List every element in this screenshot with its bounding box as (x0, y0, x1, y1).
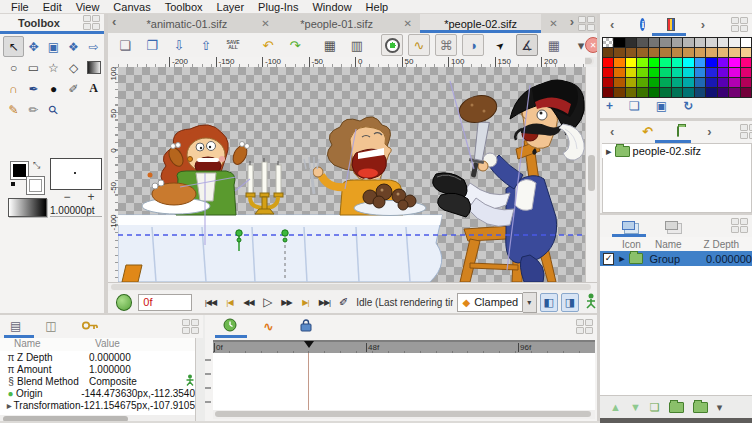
transform-tool[interactable]: ↖ (3, 36, 24, 57)
palette-swatch[interactable] (695, 88, 706, 98)
palette-swatch[interactable] (637, 68, 648, 78)
palette-swatch[interactable] (741, 48, 752, 58)
palette-swatch[interactable] (683, 78, 694, 88)
preview-button[interactable]: ▥ (346, 34, 368, 56)
palette-swatch[interactable] (637, 88, 648, 98)
fill-tool[interactable]: ● (43, 78, 64, 99)
tab-sets[interactable] (665, 221, 678, 230)
dock-handle[interactable] (578, 16, 595, 31)
animate-tool[interactable]: ⇨ (83, 36, 104, 57)
redo-button[interactable]: ↷ (284, 34, 306, 56)
menu-layer[interactable]: Layer (210, 1, 252, 13)
palette-swatch[interactable] (626, 78, 637, 88)
animate-mode-toggle[interactable]: ✐ (339, 296, 348, 309)
palette-swatch[interactable] (706, 48, 717, 58)
palette-swatch[interactable] (660, 38, 671, 48)
palette-swatch[interactable] (718, 78, 729, 88)
palette-swatch[interactable] (718, 58, 729, 68)
palette-swatch[interactable] (718, 68, 729, 78)
refresh-palette-button[interactable]: ↻ (683, 99, 693, 113)
brush-size-increase-button[interactable]: + (84, 190, 98, 204)
tab-metadata[interactable] (300, 319, 312, 334)
dock-handle[interactable] (576, 319, 593, 334)
palette-swatch[interactable] (695, 58, 706, 68)
palette-swatch[interactable] (706, 88, 717, 98)
open-palette-button[interactable]: ❏ (629, 99, 640, 113)
col-name[interactable]: Name (14, 338, 41, 349)
palette-swatch[interactable] (672, 48, 683, 58)
palette-swatch[interactable] (603, 48, 614, 58)
menu-edit[interactable]: Edit (36, 1, 69, 13)
tab-scroll-left-icon[interactable]: ‹ (108, 14, 120, 33)
palette-swatch[interactable] (706, 58, 717, 68)
polygon-tool[interactable]: ◇ (63, 57, 84, 78)
palette-swatch[interactable] (683, 38, 694, 48)
palette-swatch[interactable] (729, 58, 740, 68)
palette-swatch[interactable] (637, 38, 648, 48)
keyframe-lock-future-button[interactable]: ◨ (561, 293, 579, 312)
panel-nav-left-icon[interactable]: ‹ (606, 17, 618, 32)
palette-swatch[interactable] (741, 58, 752, 68)
lower-layer-button[interactable]: ▼ (630, 401, 641, 413)
swap-colors-icon[interactable]: ⤡ (33, 160, 40, 171)
panel-nav-left-icon[interactable]: ‹ (606, 124, 618, 139)
palette-swatch[interactable] (614, 88, 625, 98)
dock-handle[interactable] (182, 319, 199, 334)
palette-swatch[interactable] (706, 68, 717, 78)
palette-swatch[interactable] (649, 88, 660, 98)
palette-swatch[interactable] (660, 48, 671, 58)
smooth-move-tool[interactable]: ✥ (23, 36, 44, 57)
bone-setup-icon[interactable] (585, 293, 597, 311)
dock-handle[interactable] (83, 15, 100, 30)
palette-swatch[interactable] (672, 68, 683, 78)
palette-swatch[interactable] (729, 38, 740, 48)
param-row[interactable]: ▸Transformation-121.154675px,-107.9105 (0, 399, 195, 411)
palette-swatch[interactable] (626, 88, 637, 98)
bg-color-swatch[interactable] (26, 176, 45, 195)
open-file-button[interactable]: ❐ (141, 34, 163, 56)
menu-canvas[interactable]: Canvas (106, 1, 157, 13)
seek-next-frame-button[interactable]: ▶▶ (278, 294, 295, 310)
library-file-row[interactable]: ▸ people-02.sifz (602, 144, 750, 158)
palette-swatch[interactable] (614, 68, 625, 78)
menu-toolbox[interactable]: Toolbox (158, 1, 210, 13)
palette-swatch[interactable] (729, 78, 740, 88)
tab-timetrack[interactable] (223, 318, 237, 334)
tab-keyframes[interactable] (81, 320, 98, 333)
mirror-tool[interactable]: ▣ (43, 36, 64, 57)
new-group-button[interactable] (669, 402, 684, 413)
add-color-button[interactable]: + (606, 99, 613, 113)
reset-colors-button[interactable] (11, 182, 15, 186)
save-palette-button[interactable]: ▣ (656, 99, 667, 113)
draw-tool[interactable]: ✒ (23, 78, 44, 99)
col-value[interactable]: Value (95, 338, 120, 349)
palette-swatch[interactable] (603, 88, 614, 98)
palette-swatch[interactable] (603, 58, 614, 68)
menu-window[interactable]: Window (305, 1, 358, 13)
play-button[interactable]: ▷ (259, 294, 276, 310)
palette-swatch[interactable] (729, 48, 740, 58)
palette-swatch[interactable] (626, 48, 637, 58)
palette-swatch[interactable] (614, 78, 625, 88)
layer-visibility-checkbox[interactable]: ✓ (603, 253, 614, 265)
seek-prev-keyframe-button[interactable]: |◀ (221, 294, 238, 310)
param-row[interactable]: πZ Depth0.000000 (0, 351, 195, 363)
past-keyframe-lock-icon[interactable] (116, 294, 132, 311)
palette-swatch[interactable] (683, 68, 694, 78)
palette-swatch[interactable] (637, 58, 648, 68)
star-tool[interactable]: ☆ (43, 57, 64, 78)
param-row[interactable]: §Blend MethodComposite (0, 375, 195, 387)
palette-swatch[interactable] (614, 58, 625, 68)
text-tool[interactable]: A (83, 78, 104, 99)
dock-handle[interactable] (740, 124, 752, 139)
palette-swatch[interactable] (672, 58, 683, 68)
palette-swatch[interactable] (626, 38, 637, 48)
angle-snap-toggle[interactable]: ∡ (516, 34, 538, 56)
save-file-button[interactable]: ⇩ (168, 34, 190, 56)
layers-body[interactable] (600, 266, 752, 395)
palette-swatch[interactable] (603, 38, 614, 48)
timetrack-body[interactable] (213, 353, 595, 410)
new-file-button[interactable]: ❏ (114, 34, 136, 56)
tab-curves[interactable]: ∿ (263, 319, 274, 334)
brush-preview[interactable] (50, 158, 102, 190)
